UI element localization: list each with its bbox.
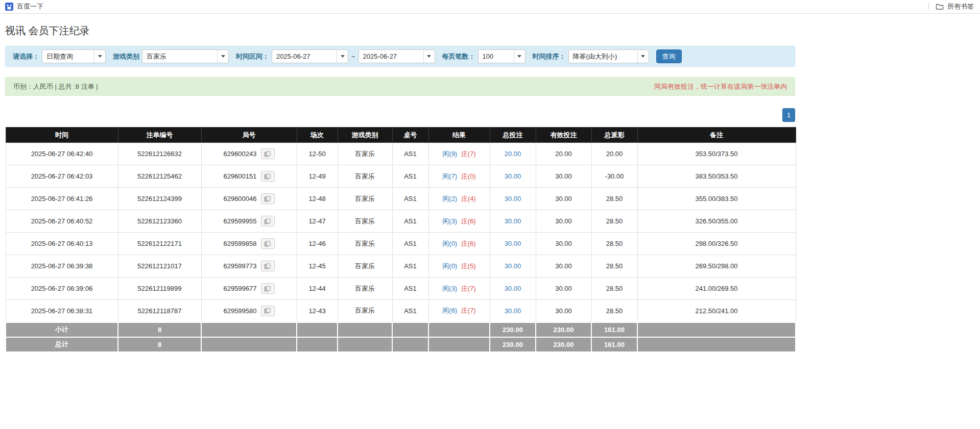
round-result-button[interactable] (261, 283, 275, 294)
bookmark-item[interactable]: 百度一下 (5, 2, 43, 11)
round-result-button[interactable] (261, 193, 275, 204)
chevron-down-icon[interactable] (637, 50, 649, 63)
result-player: 闲(3) (442, 217, 457, 225)
valid-bet-cell: 30.00 (536, 255, 591, 277)
time-cell: 2025-06-27 06:40:13 (6, 233, 118, 255)
page-size-value: 100 (479, 50, 514, 63)
cards-icon (264, 151, 271, 157)
grand-total-total-bet: 230.00 (490, 337, 536, 352)
result-banker: 庄(7) (461, 285, 476, 292)
col-header-bet-no: 注单编号 (118, 128, 201, 143)
chevron-down-icon[interactable] (94, 50, 105, 63)
session-cell: 12-48 (297, 188, 338, 210)
session-cell: 12-43 (297, 300, 338, 322)
game-type-cell: 百家乐 (338, 165, 392, 188)
time-cell: 2025-06-27 06:39:38 (6, 255, 118, 277)
cards-icon (264, 286, 271, 292)
total-bet-link[interactable]: 30.00 (505, 307, 521, 315)
round-no-cell: 629599773 (201, 255, 297, 277)
round-no: 629599677 (223, 285, 256, 292)
empty-cell (338, 322, 392, 337)
bet-no-cell: 522612122171 (118, 233, 201, 255)
session-cell: 12-49 (297, 165, 338, 188)
bet-no-cell: 522612124399 (118, 188, 201, 210)
bet-no-cell: 522612126632 (118, 143, 201, 165)
empty-cell (297, 337, 338, 352)
col-header-round-no: 局号 (201, 128, 297, 143)
all-bookmarks-label: 所有书签 (947, 2, 974, 11)
total-bet-link[interactable]: 30.00 (505, 217, 521, 225)
page-button-1[interactable]: 1 (782, 108, 795, 122)
grand-total-label: 总计 (6, 337, 118, 352)
total-bet-cell: 30.00 (490, 165, 536, 188)
chevron-down-icon[interactable] (337, 50, 348, 63)
empty-cell (637, 337, 796, 352)
remark-cell: 269.50/298.00 (637, 255, 796, 277)
time-cell: 2025-06-27 06:42:40 (6, 143, 118, 165)
round-result-button[interactable] (261, 171, 275, 182)
game-type-cell: 百家乐 (338, 188, 392, 210)
table-row: 2025-06-27 06:42:03 522612125462 6296001… (6, 165, 796, 188)
filter-bar: 请选择： 日期查询 游戏类别 百家乐 时间区间： 2025-06-27 ~ 20… (5, 46, 795, 67)
round-result-button[interactable] (261, 238, 275, 249)
result-banker: 庄(6) (461, 240, 476, 247)
result-cell: 闲(6) 庄(7) (428, 300, 490, 322)
date-from-picker[interactable]: 2025-06-27 (272, 49, 348, 63)
date-to-value: 2025-06-27 (359, 50, 423, 63)
game-type-cell: 百家乐 (338, 277, 392, 300)
table-header-row: 时间 注单编号 局号 场次 游戏类别 桌号 结果 总投注 有效投注 总派彩 备注 (6, 128, 796, 143)
remark-cell: 241.00/269.50 (637, 277, 796, 300)
game-type-value: 百家乐 (142, 50, 217, 63)
all-bookmarks-button[interactable]: 所有书签 (936, 2, 974, 11)
total-bet-cell: 30.00 (490, 277, 536, 300)
session-cell: 12-45 (297, 255, 338, 277)
game-type-cell: 百家乐 (338, 300, 392, 322)
round-no: 629600046 (223, 195, 256, 203)
result-cell: 闲(9) 庄(7) (428, 143, 490, 165)
total-bet-cell: 30.00 (490, 255, 536, 277)
round-result-button[interactable] (261, 306, 275, 316)
round-no: 629600243 (223, 150, 256, 158)
result-cell: 闲(0) 庄(6) (428, 233, 490, 255)
game-type-dropdown[interactable]: 百家乐 (142, 49, 229, 63)
chevron-down-icon[interactable] (423, 50, 435, 63)
remark-cell: 353.50/373.50 (637, 143, 796, 165)
total-bet-link[interactable]: 30.00 (505, 172, 521, 180)
date-to-picker[interactable]: 2025-06-27 (358, 49, 435, 63)
total-bet-link[interactable]: 20.00 (505, 150, 521, 158)
bet-no-cell: 522612121017 (118, 255, 201, 277)
summary-bar: 币别：人民币 | 总共 :8 注单 | 同局有效投注，统一计算在该局第一张注单内 (5, 77, 795, 96)
result-banker: 庄(0) (461, 172, 476, 180)
search-button[interactable]: 查询 (656, 49, 682, 63)
round-result-button[interactable] (261, 216, 275, 226)
currency-total-info: 币别：人民币 | 总共 :8 注单 | (13, 82, 98, 91)
table-no-cell: AS1 (392, 143, 428, 165)
total-bet-link[interactable]: 30.00 (505, 285, 521, 292)
payout-cell: 28.50 (591, 277, 637, 300)
subtotal-row: 小计 8 230.00 230.00 161.00 (6, 322, 796, 337)
result-banker: 庄(7) (461, 307, 476, 314)
chevron-down-icon[interactable] (217, 50, 228, 63)
col-header-valid-bet: 有效投注 (536, 128, 591, 143)
select-type-dropdown[interactable]: 日期查询 (42, 49, 106, 63)
round-no-cell: 629599677 (201, 277, 297, 300)
total-bet-link[interactable]: 30.00 (505, 195, 521, 203)
bookmark-label: 百度一下 (17, 2, 43, 11)
page-size-dropdown[interactable]: 100 (478, 49, 525, 63)
sort-order-value: 降幂(由大到小) (569, 50, 637, 63)
round-result-button[interactable] (261, 261, 275, 271)
total-bet-link[interactable]: 30.00 (505, 262, 521, 270)
empty-cell (428, 337, 490, 352)
payout-cell: 28.50 (591, 188, 637, 210)
chevron-down-icon[interactable] (514, 50, 525, 63)
empty-cell (637, 322, 796, 337)
round-no: 629599773 (223, 262, 256, 270)
round-result-button[interactable] (261, 148, 275, 159)
table-row: 2025-06-27 06:40:52 522612123360 6295999… (6, 210, 796, 233)
sort-order-dropdown[interactable]: 降幂(由大到小) (568, 49, 649, 63)
game-type-cell: 百家乐 (338, 255, 392, 277)
valid-bet-cell: 30.00 (536, 165, 591, 188)
total-bet-link[interactable]: 30.00 (505, 240, 521, 247)
time-cell: 2025-06-27 06:39:06 (6, 277, 118, 300)
session-cell: 12-47 (297, 210, 338, 233)
